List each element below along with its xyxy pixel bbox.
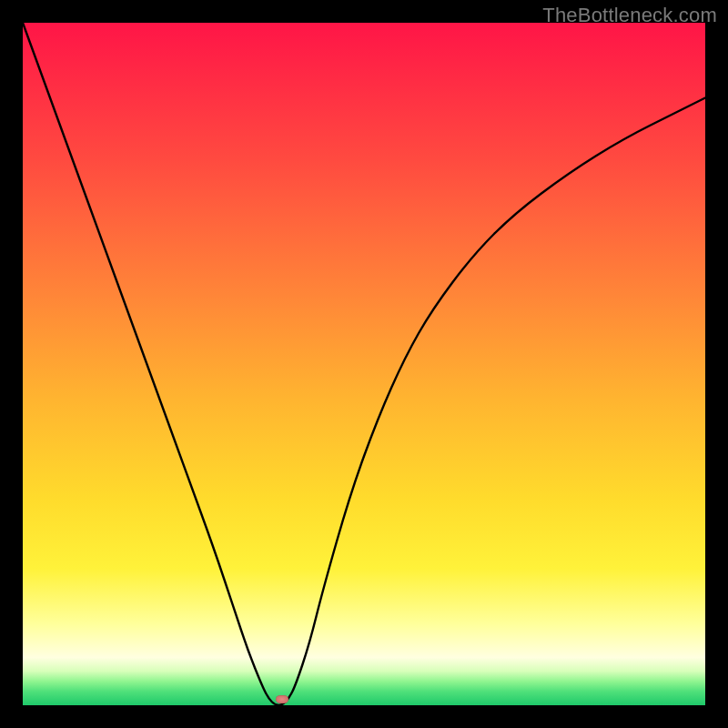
- chart-frame: TheBottleneck.com: [0, 0, 728, 728]
- plot-area: [23, 23, 705, 705]
- bottleneck-curve: [23, 23, 705, 705]
- min-marker: [276, 695, 288, 703]
- curve-path: [23, 23, 705, 705]
